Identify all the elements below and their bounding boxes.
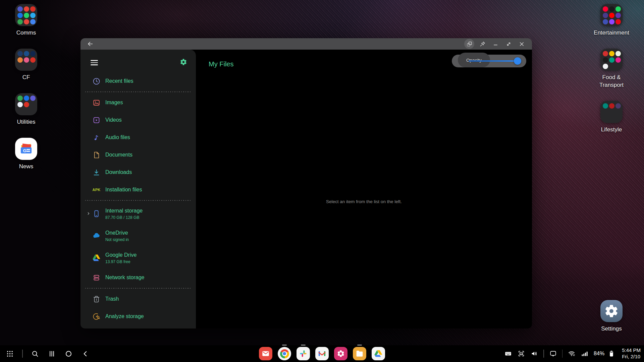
sidebar-item-recent-files[interactable]: Recent files <box>80 72 196 90</box>
taskbar-apps <box>259 345 385 362</box>
shortcut-label: News <box>19 163 34 171</box>
sidebar-item-downloads[interactable]: Downloads <box>80 164 196 181</box>
mini-app-icon <box>609 19 614 24</box>
sidebar-divider <box>85 200 191 201</box>
taskbar-app-email[interactable] <box>259 347 272 360</box>
clock[interactable]: 5:44 PM Fri, 2/10 <box>622 347 641 360</box>
mini-app-icon <box>609 57 614 63</box>
server-icon <box>92 273 101 282</box>
wifi-icon[interactable] <box>568 350 576 358</box>
settings-gear-icon[interactable] <box>180 58 187 67</box>
taskbar-app-chrome[interactable] <box>278 347 291 360</box>
sidebar-item-documents[interactable]: Documents <box>80 146 196 164</box>
desktop-shortcut-food-transport[interactable]: Food & Transport <box>590 49 633 89</box>
battery-percent: 84% <box>594 351 604 357</box>
document-icon <box>92 150 101 160</box>
sidebar-item-network-storage[interactable]: Network storage <box>80 269 196 286</box>
signal-icon[interactable] <box>581 350 589 358</box>
mini-app-icon <box>609 6 614 12</box>
sidebar-item-sublabel: Not signed in <box>105 237 129 242</box>
mini-app-icon <box>609 103 614 109</box>
running-indicator <box>301 345 306 346</box>
mini-app-icon <box>609 51 614 56</box>
sidebar-item-internal-storage[interactable]: Internal storage 87.70 GB / 128 GB <box>80 202 196 225</box>
mini-app-icon <box>30 19 36 24</box>
desktop-shortcut-comms[interactable]: Comms <box>6 4 46 37</box>
running-indicator <box>357 345 362 346</box>
sidebar-item-google-drive[interactable]: Google Drive 13.97 GB free <box>80 247 196 269</box>
expand-chevron-icon[interactable] <box>85 211 92 216</box>
mini-app-icon <box>17 6 23 12</box>
mini-app-icon <box>615 19 621 24</box>
pin-icon[interactable] <box>477 39 487 49</box>
notifications-icon[interactable] <box>549 350 557 358</box>
page-title: My Files <box>209 60 233 68</box>
keyboard-icon[interactable] <box>504 350 512 358</box>
popup-view-icon[interactable] <box>464 39 474 49</box>
window-controls <box>464 39 527 49</box>
slack-icon <box>297 347 310 360</box>
back-arrow-icon[interactable] <box>86 40 95 48</box>
search-icon[interactable] <box>31 349 40 358</box>
email-icon <box>259 347 272 360</box>
folder-icon <box>15 93 37 115</box>
desktop-shortcut-settings[interactable]: Settings <box>590 300 633 333</box>
window-titlebar[interactable] <box>80 38 532 50</box>
mini-app-icon <box>24 13 29 18</box>
mini-app-icon <box>603 51 608 56</box>
close-icon[interactable] <box>517 39 527 49</box>
folder-icon <box>15 4 37 26</box>
opacity-slider[interactable]: Opacity <box>452 55 526 67</box>
cloud-icon <box>92 231 101 240</box>
desktop-shortcut-news[interactable]: G News <box>6 138 46 171</box>
sidebar-nav: Recent files Images Videos Audio files D… <box>80 72 196 325</box>
mini-app-icon <box>17 19 23 24</box>
opacity-slider-thumb[interactable] <box>514 57 521 65</box>
settings-icon <box>600 300 623 322</box>
apps-grid-icon[interactable] <box>5 349 14 358</box>
empty-state-message: Select an item from the list on the left… <box>196 199 532 204</box>
desktop-shortcut-cf[interactable]: CF <box>6 49 46 81</box>
taskbar-app-drive[interactable] <box>372 347 385 360</box>
sidebar-item-analyze-storage[interactable]: Analyze storage <box>80 308 196 325</box>
status-divider <box>562 350 563 358</box>
menu-icon[interactable] <box>91 59 98 67</box>
trash-icon <box>92 295 101 304</box>
my-files-content: My Files Select an item from the list on… <box>196 50 532 328</box>
desktop-shortcut-lifestyle[interactable]: Lifestyle <box>590 101 633 134</box>
volume-icon[interactable] <box>530 350 538 358</box>
mini-app-icon <box>609 13 614 18</box>
shortcut-label: Settings <box>601 325 622 333</box>
download-icon <box>92 168 101 177</box>
minimize-icon[interactable] <box>490 39 500 49</box>
sidebar-item-images[interactable]: Images <box>80 94 196 111</box>
sidebar-item-installation-files[interactable]: APK Installation files <box>80 181 196 198</box>
back-icon[interactable] <box>81 349 90 358</box>
taskbar-app-gmail[interactable] <box>315 347 329 360</box>
home-icon[interactable] <box>64 349 73 358</box>
battery-icon[interactable] <box>607 350 615 358</box>
taskbar-divider <box>22 350 23 358</box>
sidebar-item-audio-files[interactable]: Audio files <box>80 129 196 146</box>
mini-app-icon <box>615 51 621 56</box>
window-body: Recent files Images Videos Audio files D… <box>80 50 532 328</box>
sidebar-header <box>80 53 196 72</box>
opacity-slider-track[interactable] <box>469 60 517 62</box>
mini-app-icon <box>17 57 23 63</box>
screen-capture-icon[interactable] <box>517 350 525 358</box>
desktop-shortcut-entertainment[interactable]: Entertainment <box>590 4 633 37</box>
sidebar-item-videos[interactable]: Videos <box>80 111 196 129</box>
sidebar-item-trash[interactable]: Trash <box>80 290 196 308</box>
desktop-right-column: Entertainment Food & Transport Lifestyle <box>590 4 633 134</box>
mini-app-icon <box>24 102 29 107</box>
taskbar-app-slack[interactable] <box>297 347 310 360</box>
shortcut-label: Utilities <box>17 118 36 126</box>
taskbar-app-gallery[interactable] <box>334 347 347 360</box>
recents-icon[interactable] <box>48 349 56 358</box>
phone-icon <box>92 209 101 218</box>
sidebar-item-onedrive[interactable]: OneDrive Not signed in <box>80 225 196 247</box>
maximize-icon[interactable] <box>503 39 514 49</box>
my-files-icon <box>353 347 366 360</box>
taskbar-app-my-files[interactable] <box>353 347 366 360</box>
desktop-shortcut-utilities[interactable]: Utilities <box>6 93 46 126</box>
